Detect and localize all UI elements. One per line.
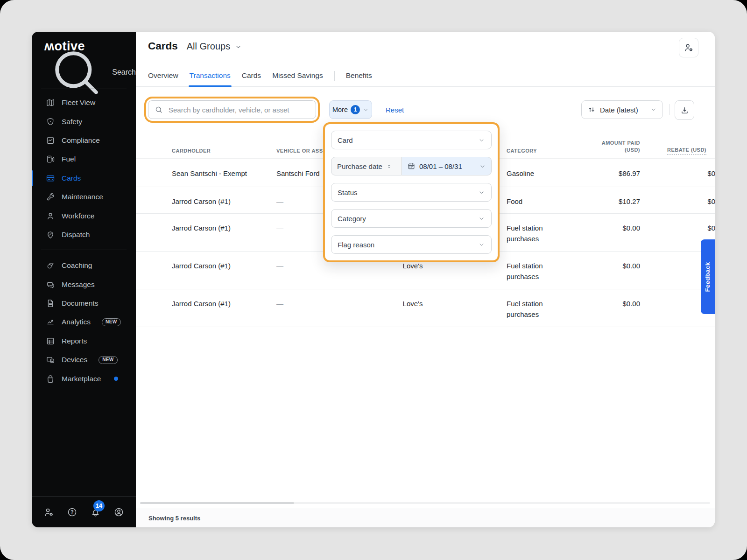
cell-cardholder: Jarrod Carson (#1): [172, 196, 272, 207]
tab-cards[interactable]: Cards: [242, 69, 261, 86]
purchase-date-value[interactable]: 08/01 – 08/31: [402, 157, 492, 175]
card-admin-button[interactable]: [679, 38, 698, 57]
feedback-label: Feedback: [705, 262, 712, 292]
cell-cardholder: Sean Santschi - Exempt: [172, 168, 272, 179]
svg-text:?: ?: [70, 509, 73, 515]
sidebar-item-safety[interactable]: Safety: [32, 112, 136, 131]
sidebar-item-cards[interactable]: Cards: [32, 169, 136, 188]
sidebar-item-coaching[interactable]: Coaching: [32, 256, 136, 275]
column-header-category[interactable]: CATEGORY: [507, 148, 537, 154]
chevron-down-icon: [478, 215, 485, 222]
filter-select-status[interactable]: Status: [331, 183, 492, 202]
cell-category: Fuel station purchases: [507, 223, 577, 244]
tab-benefits[interactable]: Benefits: [346, 69, 372, 86]
feedback-tab[interactable]: Feedback: [701, 239, 715, 314]
horizontal-scrollbar[interactable]: [140, 502, 710, 504]
account-button[interactable]: [113, 507, 124, 518]
filter-purchase-date[interactable]: Purchase date08/01 – 08/31: [331, 157, 492, 175]
main-content: Cards All Groups OverviewTransactionsCar…: [136, 32, 715, 527]
group-selector[interactable]: All Groups: [187, 41, 242, 52]
reset-link[interactable]: Reset: [386, 106, 404, 114]
card-icon: [46, 174, 55, 183]
cell-amount-paid: $86.97: [570, 168, 640, 179]
sort-button[interactable]: Date (latest): [581, 100, 663, 119]
new-badge: NEW: [99, 356, 118, 364]
map-icon: [46, 98, 55, 107]
sidebar-item-dispatch[interactable]: Dispatch: [32, 225, 136, 244]
sidebar-item-label: Coaching: [62, 261, 92, 270]
notification-dot: [114, 377, 118, 381]
filter-select-flag-reason[interactable]: Flag reason: [331, 235, 492, 254]
sort-arrows-icon: [587, 105, 596, 114]
scrollbar-thumb[interactable]: [140, 502, 294, 504]
column-header-cardholder[interactable]: CARDHOLDER: [172, 148, 211, 154]
sidebar-search[interactable]: Search: [32, 63, 136, 82]
chat-icon: [46, 280, 55, 289]
chevron-down-icon: [478, 189, 485, 196]
filter-label: Status: [338, 189, 358, 196]
sidebar-divider: [41, 250, 127, 250]
doc-icon: [46, 299, 55, 308]
cell-cardholder: Jarrod Carson (#1): [172, 223, 272, 233]
purchase-date-field-selector[interactable]: Purchase date: [331, 157, 402, 175]
sidebar-item-label: Compliance: [62, 136, 100, 145]
wrench-icon: [46, 192, 55, 202]
sidebar-item-fleet-view[interactable]: Fleet View: [32, 93, 136, 112]
filter-label: Purchase date: [337, 162, 382, 170]
help-button[interactable]: ?: [67, 507, 78, 518]
sidebar-item-messages[interactable]: Messages: [32, 275, 136, 294]
sidebar-item-label: Devices: [62, 356, 87, 364]
search-input[interactable]: [168, 105, 316, 114]
cell-category: Fuel station purchases: [507, 260, 577, 282]
sidebar-item-reports[interactable]: Reports: [32, 332, 136, 350]
tab-overview[interactable]: Overview: [148, 69, 178, 86]
tab-transactions[interactable]: Transactions: [190, 69, 231, 86]
sidebar-item-maintenance[interactable]: Maintenance: [32, 188, 136, 206]
sidebar-item-label: Fleet View: [62, 98, 95, 107]
tab-divider: [334, 71, 335, 81]
filter-select-card[interactable]: Card: [331, 131, 492, 149]
cell-cardholder: Jarrod Carson (#1): [172, 298, 272, 309]
cell-merchant: Love's: [366, 298, 459, 309]
download-button[interactable]: [675, 100, 694, 120]
column-header-vehicle[interactable]: VEHICLE OR ASSET: [276, 148, 330, 154]
notifications-button[interactable]: 14: [90, 507, 101, 518]
chevron-down-icon: [363, 107, 369, 113]
tab-missed-savings[interactable]: Missed Savings: [272, 69, 323, 86]
sidebar-item-label: Safety: [62, 118, 82, 126]
desktop-background: ʍotive Search Fleet ViewSafetyCompliance…: [0, 0, 747, 560]
sidebar-nav: Fleet ViewSafetyComplianceFuelCardsMaint…: [32, 93, 136, 388]
sidebar-item-label: Analytics: [62, 318, 91, 326]
sidebar-item-label: Documents: [62, 299, 98, 308]
filter-select-category[interactable]: Category: [331, 209, 492, 228]
more-filters-button[interactable]: More 1: [329, 100, 372, 119]
new-badge: NEW: [102, 318, 121, 326]
cell-rebate: $0.00: [655, 196, 715, 207]
sidebar-item-documents[interactable]: Documents: [32, 294, 136, 313]
sidebar-item-fuel[interactable]: Fuel: [32, 150, 136, 168]
sidebar-item-compliance[interactable]: Compliance: [32, 131, 136, 150]
sidebar-item-label: Workforce: [62, 212, 94, 220]
sidebar-item-label: Marketplace: [62, 375, 101, 383]
column-header-rebate[interactable]: REBATE (USD): [667, 147, 706, 155]
filter-count-badge: 1: [351, 105, 360, 114]
sidebar-item-analytics[interactable]: AnalyticsNEW: [32, 313, 136, 331]
search-icon: [155, 105, 163, 114]
search-box-highlighted[interactable]: [148, 100, 316, 119]
bag-icon: [46, 374, 55, 384]
cell-rebate: $0.00: [655, 168, 715, 179]
sidebar-item-label: Dispatch: [62, 231, 90, 239]
table-row[interactable]: Jarrod Carson (#1)—Love'sFuel station pu…: [136, 289, 715, 327]
column-header-amount-paid[interactable]: AMOUNT PAID (USD): [570, 140, 640, 154]
user-settings-button[interactable]: [43, 507, 54, 518]
cell-category: Fuel station purchases: [507, 298, 577, 320]
filter-panel-highlighted: CardPurchase date08/01 – 08/31StatusCate…: [323, 122, 500, 262]
sidebar-item-marketplace[interactable]: Marketplace: [32, 369, 136, 388]
sidebar-item-devices[interactable]: DevicesNEW: [32, 350, 136, 369]
cell-amount-paid: $10.27: [570, 196, 640, 207]
report-icon: [46, 336, 55, 346]
amount-paid-line2: (USD): [570, 147, 640, 154]
person-icon: [46, 211, 55, 221]
sidebar-item-workforce[interactable]: Workforce: [32, 206, 136, 225]
sidebar-item-label: Fuel: [62, 155, 76, 163]
